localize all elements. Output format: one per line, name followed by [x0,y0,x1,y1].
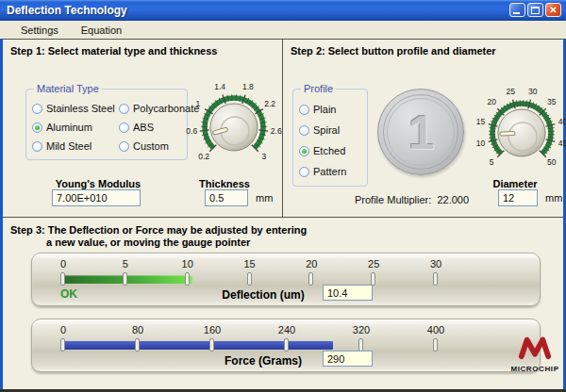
app-window: Deflection Technology ✕ Settings Equatio… [0,0,566,389]
close-button[interactable]: ✕ [545,3,561,17]
gauge-tick-label: 30 [422,258,450,270]
profile-multiplier-value: 22.000 [437,194,469,205]
gauge-tick-mark [284,338,289,351]
radio-label: Pattern [313,166,346,177]
microchip-branding: MICROCHIP [508,335,561,373]
diameter-knob[interactable]: 5101520253035404550 [472,83,566,183]
title-bar[interactable]: Deflection Technology ✕ [0,0,566,21]
force-value-input[interactable] [323,351,373,367]
radio-mild-steel[interactable]: Mild Steel [32,137,119,155]
radio-button-icon[interactable] [119,122,129,133]
minimize-icon [513,12,520,14]
gauge-tick-mark [209,338,214,351]
gauge-tick-mark [433,272,438,286]
radio-plain[interactable]: Plain [299,99,365,120]
menu-settings[interactable]: Settings [11,23,68,38]
deflection-gauge-label: Deflection (um) [192,288,334,302]
step3-title-line2: a new value, or moving the gauge pointer [46,237,250,248]
step2-panel: Step 2: Select button profile and diamet… [283,40,562,217]
knob-pointer[interactable] [502,133,513,134]
top-row: Step 1: Select material type and thickne… [3,39,563,218]
radio-abs[interactable]: ABS [119,118,187,137]
knob-tick-label: 0.6 [186,126,197,136]
window-title: Deflection Technology [0,4,127,17]
profile-options: PlainSpiralEtchedPattern [299,99,365,184]
thickness-input[interactable] [205,189,248,206]
thickness-label: Thickness [196,178,253,189]
deflection-value-input[interactable] [323,285,373,301]
minimize-button[interactable] [509,3,525,17]
knob-tick-label: 45 [558,139,566,148]
radio-button-icon[interactable] [119,104,129,114]
gauge-tick-mark [123,272,127,286]
radio-button-icon[interactable] [119,141,129,152]
knob-tick-label: 50 [547,157,557,167]
radio-button-icon[interactable] [32,122,42,133]
radio-polycarbonate[interactable]: Polycarbonate [119,99,187,118]
youngs-modulus-label: Young's Modulus [46,178,150,189]
main-content: Step 1: Select material type and thickne… [0,39,566,389]
microchip-logo-text: MICROCHIP [508,365,561,373]
knob-tick-label: 15 [476,117,486,126]
knob-tick-label: 3 [261,152,266,161]
radio-label: ABS [133,122,154,133]
gauge-tick-mark [433,338,438,351]
radio-label: Aluminum [46,122,92,133]
force-gauge-bar[interactable] [63,341,333,350]
diameter-input[interactable] [498,189,538,206]
profile-multiplier: Profile Multiplier: 22.000 [355,194,469,205]
step3-panel: Step 3: The Deflection or Force may be a… [3,219,563,389]
microchip-logo-icon [516,335,554,360]
knob-tick-label: 1.8 [242,82,254,91]
gauge-tick-label: 80 [124,324,152,335]
gauge-tick-mark [308,272,313,286]
knob-tick-label: 1 [196,99,201,108]
gauge-tick-mark [135,338,140,351]
radio-pattern[interactable]: Pattern [299,161,365,182]
radio-button-icon[interactable] [32,104,42,114]
knob-tick-label: 10 [476,139,486,148]
radio-label: Plain [313,104,336,115]
profile-legend: Profile [301,83,336,94]
radio-stainless-steel[interactable]: Stainless Steel [32,99,119,118]
gauge-tick-mark [60,272,65,286]
radio-label: Mild Steel [46,140,92,152]
maximize-button[interactable] [527,3,543,17]
deflection-status: OK [60,287,77,301]
radio-button-icon[interactable] [32,141,42,152]
radio-button-icon[interactable] [299,125,309,136]
window-controls: ✕ [509,3,561,17]
radio-label: Etched [313,145,345,156]
knob-tick-label: 1.4 [214,82,225,91]
radio-button-icon[interactable] [299,146,309,156]
radio-aluminum[interactable]: Aluminum [32,118,119,137]
gauge-tick-label: 0 [49,324,77,335]
thickness-knob[interactable]: 0.20.611.41.82.22.63 [184,77,284,177]
youngs-modulus-input[interactable] [52,189,141,206]
step1-panel: Step 1: Select material type and thickne… [3,40,283,217]
radio-label: Custom [133,140,169,152]
deflection-gauge-bar[interactable] [63,275,192,284]
material-type-options: Stainless SteelPolycarbonateAluminumABSM… [32,99,185,157]
knob-tick-label: 0.2 [198,152,209,161]
gauge-tick-label: 160 [198,324,226,335]
button-preview: 1 [377,89,464,175]
diameter-unit: mm [545,192,562,204]
radio-spiral[interactable]: Spiral [299,120,365,140]
radio-custom[interactable]: Custom [119,137,187,155]
step3-title-line1: Step 3: The Deflection or Force may be a… [10,224,307,236]
maximize-icon [531,7,540,14]
gauge-tick-label: 15 [236,258,264,270]
radio-button-icon[interactable] [299,167,309,177]
gauge-tick-mark [60,338,65,351]
knob-tick-label: 35 [547,97,557,106]
gauge-tick-label: 10 [174,258,202,270]
radio-label: Spiral [313,124,340,136]
material-type-legend: Material Type [34,83,102,94]
radio-button-icon[interactable] [299,105,309,115]
radio-label: Stainless Steel [46,103,115,114]
radio-etched[interactable]: Etched [299,140,365,161]
step1-title: Step 1: Select material type and thickne… [10,45,217,57]
menu-equation[interactable]: Equation [72,23,131,38]
knob-body[interactable] [210,104,258,151]
